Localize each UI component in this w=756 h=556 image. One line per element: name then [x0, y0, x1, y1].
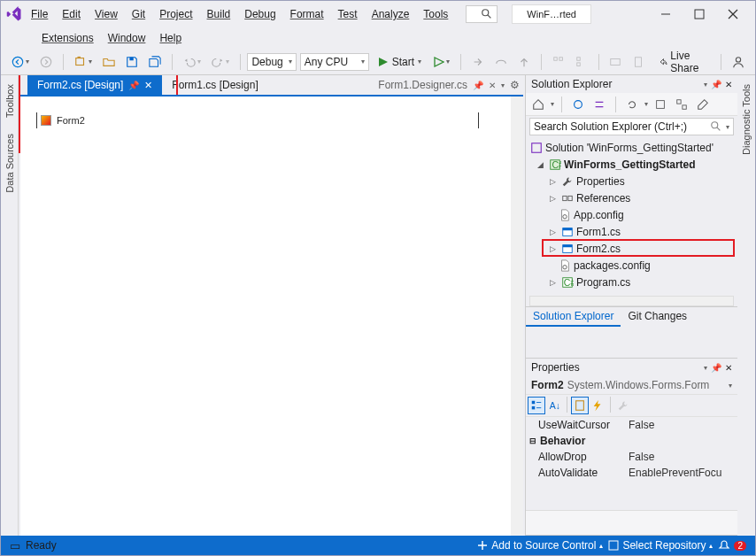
config-file-icon: [559, 259, 571, 272]
panel-pin-icon[interactable]: 📌: [711, 363, 721, 373]
maximize-button[interactable]: [683, 4, 716, 25]
tab-settings-icon[interactable]: ⚙: [510, 79, 520, 91]
add-source-control-button[interactable]: Add to Source Control ▴: [477, 539, 603, 552]
panel-pin-icon[interactable]: 📌: [711, 80, 721, 89]
menu-analyze[interactable]: Analyze: [366, 4, 415, 24]
properties-object-selector[interactable]: Form2 System.Windows.Forms.Form ▾: [526, 376, 737, 395]
open-file-button[interactable]: [99, 54, 119, 70]
select-repository-button[interactable]: Select Repository ▴: [608, 539, 713, 552]
doc-tab-form1-designer-cs[interactable]: Form1.Designer.cs: [378, 79, 467, 91]
close-button[interactable]: [716, 4, 750, 25]
form2-node[interactable]: ▷ Form2.cs: [526, 240, 737, 257]
notifications-button[interactable]: 2: [718, 539, 746, 552]
references-node[interactable]: ▷ References: [526, 189, 737, 206]
menu-edit[interactable]: Edit: [57, 4, 86, 24]
layout-button-2[interactable]: [629, 54, 648, 70]
step-over-button[interactable]: [491, 54, 511, 70]
menu-build[interactable]: Build: [202, 4, 236, 24]
expander-icon[interactable]: ◢: [534, 160, 546, 169]
solution-node[interactable]: Solution 'WinForms_GettingStarted': [526, 139, 737, 156]
se-sync-button[interactable]: [569, 96, 587, 113]
menu-window[interactable]: Window: [103, 28, 151, 48]
properties-node[interactable]: ▷ Properties: [526, 173, 737, 189]
live-share-button[interactable]: Live Share: [655, 48, 714, 76]
tab-close-icon[interactable]: ✕: [144, 80, 152, 91]
minimize-button[interactable]: [649, 4, 683, 25]
menu-help[interactable]: Help: [154, 28, 187, 48]
menu-debug[interactable]: Debug: [239, 4, 281, 24]
menu-test[interactable]: Test: [333, 4, 363, 24]
toolbox-tab[interactable]: Toolbox: [3, 79, 17, 123]
form-designer-surface[interactable]: Form2: [20, 97, 511, 536]
undo-button[interactable]: ▾: [180, 54, 204, 70]
prop-row-autovalidate[interactable]: AutoValidate EnablePreventFocu: [526, 465, 737, 481]
redo-button[interactable]: ▾: [208, 54, 233, 70]
diagnostic-tools-tab[interactable]: Diagnostic Tools: [739, 79, 753, 160]
menu-view[interactable]: View: [89, 4, 123, 24]
doc-tab-form2-design[interactable]: Form2.cs [Design] 📌 ✕: [27, 75, 162, 95]
nav-fwd-button[interactable]: [36, 54, 56, 70]
form1-node[interactable]: ▷ Form1.cs: [526, 223, 737, 240]
git-changes-tab[interactable]: Git Changes: [621, 307, 694, 327]
save-all-button[interactable]: [145, 54, 165, 70]
expander-icon[interactable]: ▷: [546, 278, 559, 287]
pin-icon[interactable]: 📌: [473, 81, 483, 90]
align-button-1[interactable]: [549, 54, 568, 70]
prop-category-behavior[interactable]: ⊟ Behavior: [526, 433, 737, 449]
appconfig-node[interactable]: App.config: [526, 206, 737, 223]
nav-back-button[interactable]: ▾: [8, 54, 33, 70]
prop-row-usewaitcursor[interactable]: UseWaitCursor False: [526, 417, 737, 433]
prop-properties-button[interactable]: [571, 397, 589, 414]
data-sources-tab[interactable]: Data Sources: [3, 128, 17, 198]
packagesconfig-node[interactable]: packages.config: [526, 257, 737, 274]
start-debug-button[interactable]: Start▾: [373, 54, 427, 70]
layout-button-1[interactable]: [606, 54, 625, 70]
expander-icon[interactable]: ▷: [546, 177, 559, 186]
step-button[interactable]: [468, 54, 488, 70]
program-node[interactable]: ▷ C# Program.cs: [526, 274, 737, 290]
designer-scrollbar[interactable]: [511, 97, 523, 536]
menu-git[interactable]: Git: [127, 4, 150, 24]
panel-close-icon[interactable]: ✕: [725, 80, 732, 89]
panel-options-icon[interactable]: ▾: [704, 364, 707, 372]
pin-icon[interactable]: 📌: [128, 81, 139, 90]
menu-file[interactable]: File: [26, 4, 53, 24]
new-project-button[interactable]: ▾: [71, 54, 96, 70]
se-collapse-button[interactable]: [652, 96, 669, 113]
align-button-2[interactable]: [572, 54, 591, 70]
step-out-button[interactable]: [514, 54, 534, 70]
prop-row-allowdrop[interactable]: AllowDrop False: [526, 449, 737, 465]
quick-launch-search[interactable]: [466, 5, 498, 23]
se-refresh-button[interactable]: [623, 96, 641, 113]
platform-dropdown[interactable]: Any CPU▾: [300, 53, 369, 71]
tab-close-icon[interactable]: ✕: [489, 81, 496, 90]
prop-events-button[interactable]: [589, 397, 606, 414]
expander-icon[interactable]: ▷: [546, 244, 559, 253]
expander-icon[interactable]: ▷: [546, 228, 559, 236]
solution-search-input[interactable]: Search Solution Explorer (Ctrl+;) ▾: [529, 118, 734, 135]
se-properties-button[interactable]: [694, 96, 712, 113]
panel-options-icon[interactable]: ▾: [704, 81, 707, 89]
menu-format[interactable]: Format: [285, 4, 329, 24]
form2-canvas[interactable]: Form2: [36, 112, 479, 128]
prop-alpha-button[interactable]: A↓: [545, 397, 563, 414]
se-home-button[interactable]: [529, 96, 547, 113]
prop-categorized-button[interactable]: [528, 397, 545, 414]
project-node[interactable]: ◢ C# WinForms_GettingStarted: [526, 156, 737, 173]
config-dropdown[interactable]: Debug▾: [247, 53, 296, 71]
solution-explorer-tab[interactable]: Solution Explorer: [526, 307, 621, 327]
panel-close-icon[interactable]: ✕: [725, 363, 732, 373]
menu-project[interactable]: Project: [154, 4, 197, 24]
prop-pages-button[interactable]: [614, 397, 632, 414]
menu-tools[interactable]: Tools: [418, 4, 453, 24]
start-no-debug-button[interactable]: ▾: [430, 55, 453, 69]
expander-icon[interactable]: ▷: [546, 194, 559, 203]
menu-extensions[interactable]: Extensions: [36, 28, 99, 48]
h-scrollbar[interactable]: [529, 296, 734, 306]
se-switch-button[interactable]: [590, 96, 608, 113]
account-button[interactable]: [729, 54, 748, 70]
doc-tab-form1-design[interactable]: Form1.cs [Design]: [162, 75, 267, 95]
save-button[interactable]: [122, 54, 142, 70]
se-showall-button[interactable]: [673, 96, 690, 113]
tab-overflow-icon[interactable]: ▾: [501, 81, 505, 89]
